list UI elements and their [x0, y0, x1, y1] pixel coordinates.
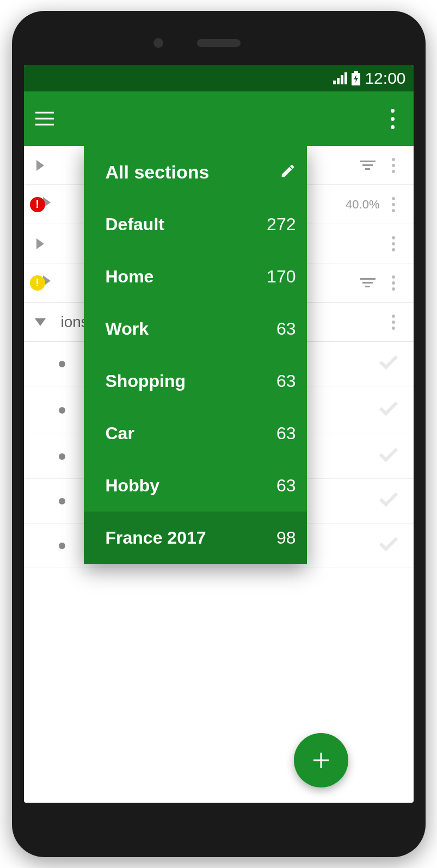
row-overflow-button[interactable]	[386, 152, 401, 178]
signal-icon	[333, 72, 347, 84]
battery-icon	[352, 71, 360, 85]
menu-button[interactable]	[32, 106, 58, 132]
screen: 12:00 All sections Default	[24, 65, 414, 803]
dropdown-item-count: 63	[276, 423, 296, 444]
dropdown-item-label: Home	[106, 267, 267, 287]
overflow-button[interactable]	[380, 106, 406, 132]
pencil-icon	[280, 163, 296, 179]
expand-toggle[interactable]: !	[24, 197, 57, 212]
dropdown-item-shopping[interactable]: Shopping63	[84, 355, 307, 407]
expand-toggle[interactable]	[24, 160, 57, 171]
dropdown-item-count: 272	[267, 214, 296, 235]
edit-sections-button[interactable]	[280, 163, 296, 181]
dropdown-item-label: Work	[106, 319, 276, 339]
sections-dropdown: All sections Default272Home170Work63Shop…	[84, 146, 307, 564]
row-overflow-button[interactable]	[386, 192, 401, 218]
dropdown-header[interactable]: All sections	[84, 146, 307, 198]
dropdown-item-home[interactable]: Home170	[84, 250, 307, 303]
row-overflow-button[interactable]	[386, 309, 401, 335]
dropdown-item-france-2017[interactable]: France 201798	[84, 512, 307, 564]
dropdown-item-work[interactable]: Work63	[84, 303, 307, 355]
priority-badge: !	[30, 275, 45, 291]
task-check[interactable]	[379, 354, 401, 373]
dropdown-item-count: 170	[267, 267, 296, 287]
dropdown-item-count: 63	[276, 476, 296, 496]
row-overflow-button[interactable]	[386, 231, 401, 257]
section-percent: 40.0%	[346, 198, 379, 212]
task-check[interactable]	[379, 536, 401, 555]
chevron-right-icon	[36, 238, 44, 249]
status-bar: 12:00	[24, 65, 414, 91]
filter-icon[interactable]	[360, 161, 376, 170]
filter-icon[interactable]	[360, 278, 376, 287]
status-time: 12:00	[365, 69, 405, 88]
expand-toggle[interactable]: !	[24, 275, 57, 291]
dropdown-item-count: 63	[276, 319, 296, 339]
dropdown-item-label: Hobby	[106, 476, 276, 496]
task-check[interactable]	[379, 491, 401, 510]
expand-toggle[interactable]	[24, 318, 57, 326]
plus-icon	[310, 749, 332, 771]
content: All sections Default272Home170Work63Shop…	[24, 146, 414, 803]
row-overflow-button[interactable]	[386, 270, 401, 296]
dropdown-item-label: France 2017	[106, 528, 276, 548]
dropdown-title: All sections	[106, 162, 280, 183]
hamburger-icon	[35, 112, 54, 126]
dropdown-item-count: 98	[276, 528, 296, 548]
dropdown-item-hobby[interactable]: Hobby63	[84, 459, 307, 512]
dropdown-item-default[interactable]: Default272	[84, 198, 307, 250]
phone-speaker	[197, 39, 241, 47]
dropdown-item-label: Default	[106, 214, 267, 235]
app-bar	[24, 91, 414, 146]
priority-badge: !	[30, 197, 45, 212]
chevron-down-icon	[35, 318, 46, 326]
task-check[interactable]	[379, 447, 401, 466]
dropdown-item-car[interactable]: Car63	[84, 407, 307, 459]
task-check[interactable]	[379, 401, 401, 420]
dropdown-item-label: Car	[106, 423, 276, 444]
add-fab[interactable]	[294, 733, 348, 787]
expand-toggle[interactable]	[24, 238, 57, 249]
phone-frame: 12:00 All sections Default	[12, 11, 426, 857]
phone-camera	[153, 38, 163, 48]
dropdown-item-label: Shopping	[106, 371, 276, 391]
dropdown-item-count: 63	[276, 371, 296, 391]
chevron-right-icon	[36, 160, 44, 171]
